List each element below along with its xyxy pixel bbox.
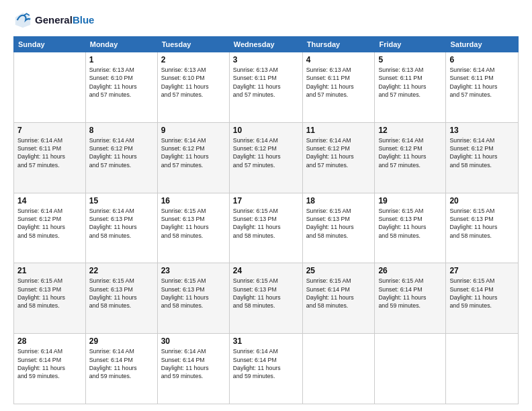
day-number: 9 [161,126,226,135]
calendar-cell: 20Sunrise: 6:15 AMSunset: 6:13 PMDayligh… [446,193,519,263]
calendar-body: 1Sunrise: 6:13 AMSunset: 6:10 PMDaylight… [14,52,519,404]
calendar-cell: 25Sunrise: 6:15 AMSunset: 6:14 PMDayligh… [302,263,375,334]
day-number: 20 [449,196,515,205]
calendar-cell: 23Sunrise: 6:15 AMSunset: 6:13 PMDayligh… [157,263,229,334]
calendar-cell: 16Sunrise: 6:15 AMSunset: 6:13 PMDayligh… [157,193,229,263]
calendar-cell: 17Sunrise: 6:15 AMSunset: 6:13 PMDayligh… [229,193,302,263]
day-info: Sunrise: 6:14 AMSunset: 6:12 PMDaylight:… [89,136,154,169]
day-info: Sunrise: 6:14 AMSunset: 6:14 PMDaylight:… [161,347,226,380]
calendar-cell: 30Sunrise: 6:14 AMSunset: 6:14 PMDayligh… [157,334,229,404]
calendar-cell [14,52,86,123]
day-number: 30 [161,336,226,346]
day-info: Sunrise: 6:15 AMSunset: 6:13 PMDaylight:… [161,277,226,310]
day-info: Sunrise: 6:14 AMSunset: 6:14 PMDaylight:… [89,347,154,380]
day-info: Sunrise: 6:14 AMSunset: 6:12 PMDaylight:… [233,136,299,169]
calendar-cell: 9Sunrise: 6:14 AMSunset: 6:12 PMDaylight… [157,122,229,193]
day-number: 1 [89,55,154,64]
calendar-cell: 15Sunrise: 6:14 AMSunset: 6:13 PMDayligh… [85,193,157,263]
day-info: Sunrise: 6:15 AMSunset: 6:14 PMDaylight:… [306,277,371,310]
day-info: Sunrise: 6:15 AMSunset: 6:13 PMDaylight:… [449,207,515,240]
day-number: 22 [89,266,154,275]
day-info: Sunrise: 6:15 AMSunset: 6:13 PMDaylight:… [233,277,299,310]
day-info: Sunrise: 6:14 AMSunset: 6:14 PMDaylight:… [17,347,82,380]
day-info: Sunrise: 6:14 AMSunset: 6:11 PMDaylight:… [449,66,515,99]
calendar-cell: 5Sunrise: 6:13 AMSunset: 6:11 PMDaylight… [375,52,446,123]
calendar-cell: 24Sunrise: 6:15 AMSunset: 6:13 PMDayligh… [229,263,302,334]
day-info: Sunrise: 6:15 AMSunset: 6:13 PMDaylight:… [306,207,371,240]
calendar-cell: 27Sunrise: 6:15 AMSunset: 6:14 PMDayligh… [446,263,519,334]
day-number: 7 [17,126,82,135]
calendar-cell: 2Sunrise: 6:13 AMSunset: 6:10 PMDaylight… [157,52,229,123]
day-info: Sunrise: 6:15 AMSunset: 6:13 PMDaylight:… [161,207,226,240]
calendar-cell: 19Sunrise: 6:15 AMSunset: 6:13 PMDayligh… [375,193,446,263]
calendar-cell: 6Sunrise: 6:14 AMSunset: 6:11 PMDaylight… [446,52,519,123]
weekday-row: SundayMondayTuesdayWednesdayThursdayFrid… [14,37,519,52]
weekday-header-wednesday: Wednesday [229,37,302,52]
calendar-cell: 12Sunrise: 6:14 AMSunset: 6:12 PMDayligh… [375,122,446,193]
calendar-cell: 18Sunrise: 6:15 AMSunset: 6:13 PMDayligh… [302,193,375,263]
day-info: Sunrise: 6:15 AMSunset: 6:14 PMDaylight:… [378,277,442,310]
calendar-cell: 7Sunrise: 6:14 AMSunset: 6:11 PMDaylight… [14,122,86,193]
weekday-header-sunday: Sunday [14,37,86,52]
day-number: 8 [89,126,154,135]
day-info: Sunrise: 6:14 AMSunset: 6:11 PMDaylight:… [17,136,82,169]
day-info: Sunrise: 6:14 AMSunset: 6:14 PMDaylight:… [233,347,299,380]
day-number: 6 [449,55,515,64]
week-row-1: 1Sunrise: 6:13 AMSunset: 6:10 PMDaylight… [14,52,519,123]
calendar-header: SundayMondayTuesdayWednesdayThursdayFrid… [14,37,519,52]
calendar-cell: 1Sunrise: 6:13 AMSunset: 6:10 PMDaylight… [85,52,157,123]
day-number: 25 [306,266,371,275]
calendar-cell [375,334,446,404]
calendar-cell [302,334,375,404]
logo-icon [13,11,32,30]
calendar-cell: 4Sunrise: 6:13 AMSunset: 6:11 PMDaylight… [302,52,375,123]
day-info: Sunrise: 6:15 AMSunset: 6:13 PMDaylight:… [17,277,82,310]
day-info: Sunrise: 6:15 AMSunset: 6:13 PMDaylight:… [378,207,442,240]
day-number: 31 [233,336,299,346]
day-number: 28 [17,336,82,346]
day-info: Sunrise: 6:13 AMSunset: 6:11 PMDaylight:… [378,66,442,99]
calendar-cell: 28Sunrise: 6:14 AMSunset: 6:14 PMDayligh… [14,334,86,404]
day-number: 23 [161,266,226,275]
day-info: Sunrise: 6:13 AMSunset: 6:11 PMDaylight:… [233,66,299,99]
logo-text: GeneralBlue [35,14,94,26]
day-info: Sunrise: 6:13 AMSunset: 6:10 PMDaylight:… [161,66,226,99]
day-info: Sunrise: 6:13 AMSunset: 6:11 PMDaylight:… [306,66,371,99]
calendar-cell: 11Sunrise: 6:14 AMSunset: 6:12 PMDayligh… [302,122,375,193]
day-number: 4 [306,55,371,64]
week-row-5: 28Sunrise: 6:14 AMSunset: 6:14 PMDayligh… [14,334,519,404]
day-number: 12 [378,126,442,135]
day-number: 18 [306,196,371,205]
day-info: Sunrise: 6:15 AMSunset: 6:13 PMDaylight:… [89,277,154,310]
day-number: 5 [378,55,442,64]
logo: GeneralBlue [13,11,94,30]
day-info: Sunrise: 6:13 AMSunset: 6:10 PMDaylight:… [89,66,154,99]
calendar-cell: 10Sunrise: 6:14 AMSunset: 6:12 PMDayligh… [229,122,302,193]
day-number: 26 [378,266,442,275]
day-number: 24 [233,266,299,275]
day-number: 15 [89,196,154,205]
day-number: 11 [306,126,371,135]
day-info: Sunrise: 6:14 AMSunset: 6:13 PMDaylight:… [89,207,154,240]
day-info: Sunrise: 6:14 AMSunset: 6:12 PMDaylight:… [306,136,371,169]
day-number: 21 [17,266,82,275]
day-number: 2 [161,55,226,64]
day-number: 3 [233,55,299,64]
calendar-cell: 14Sunrise: 6:14 AMSunset: 6:12 PMDayligh… [14,193,86,263]
day-number: 29 [89,336,154,346]
weekday-header-friday: Friday [375,37,446,52]
calendar-cell: 8Sunrise: 6:14 AMSunset: 6:12 PMDaylight… [85,122,157,193]
header: GeneralBlue [13,11,519,30]
week-row-4: 21Sunrise: 6:15 AMSunset: 6:13 PMDayligh… [14,263,519,334]
day-number: 13 [449,126,515,135]
calendar-cell [446,334,519,404]
day-number: 16 [161,196,226,205]
day-number: 10 [233,126,299,135]
day-info: Sunrise: 6:15 AMSunset: 6:14 PMDaylight:… [449,277,515,310]
weekday-header-tuesday: Tuesday [157,37,229,52]
calendar-cell: 13Sunrise: 6:14 AMSunset: 6:12 PMDayligh… [446,122,519,193]
day-number: 19 [378,196,442,205]
day-info: Sunrise: 6:14 AMSunset: 6:12 PMDaylight:… [378,136,442,169]
calendar-cell: 31Sunrise: 6:14 AMSunset: 6:14 PMDayligh… [229,334,302,404]
weekday-header-thursday: Thursday [302,37,375,52]
